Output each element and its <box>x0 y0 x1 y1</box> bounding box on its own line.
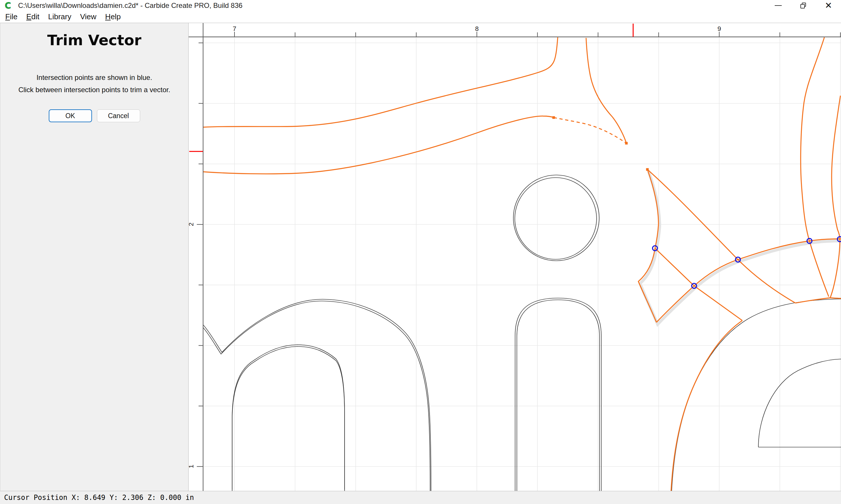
top-ruler <box>189 23 841 37</box>
panel-instructions: Intersection points are shown in blue. C… <box>0 71 188 96</box>
vector-node-markers <box>552 116 649 171</box>
app-logo-icon: C <box>5 1 11 10</box>
intersection-points[interactable] <box>653 237 841 288</box>
letter-n-outer-path <box>203 299 431 491</box>
orange-flourish-descender-1 <box>801 37 829 296</box>
maximize-button[interactable] <box>791 0 816 11</box>
left-ruler-label: 2 <box>189 222 195 226</box>
instruction-line-1: Intersection points are shown in blue. <box>0 71 188 84</box>
instruction-line-2: Click between intersection points to tri… <box>0 84 188 96</box>
window-controls: ✕ <box>766 0 841 11</box>
cancel-button[interactable]: Cancel <box>97 109 140 122</box>
orange-sweeping-arc <box>656 239 841 322</box>
main-area: Trim Vector Intersection points are show… <box>0 23 841 491</box>
orange-chord-line-2 <box>647 169 795 303</box>
node-marker <box>625 142 628 145</box>
orange-spike-right-curve <box>586 38 627 143</box>
orange-top-curve-upper <box>203 37 558 127</box>
letter-i-stem-inner-path <box>517 300 600 491</box>
title-bar: C C:\Users\willa\Downloads\damien.c2d* -… <box>0 0 841 11</box>
cursor-marker-y <box>189 151 203 152</box>
panel-title: Trim Vector <box>0 32 188 49</box>
panel-buttons: OK Cancel <box>0 109 188 122</box>
letter-i-stem-outer-path <box>515 298 601 491</box>
menu-item-library[interactable]: Library <box>48 11 71 22</box>
close-button[interactable]: ✕ <box>816 0 841 11</box>
letter-n-counter-path <box>232 346 345 491</box>
letter-i-dot-outer-circle <box>513 175 599 261</box>
menu-item-file[interactable]: File <box>5 11 18 22</box>
application-window: C C:\Users\willa\Downloads\damien.c2d* -… <box>0 0 841 504</box>
cursor-position-text: Cursor Position X: 8.649 Y: 2.306 Z: 0.0… <box>4 493 194 502</box>
close-icon: ✕ <box>825 1 832 10</box>
letter-i-dot-inner-circle <box>515 178 597 259</box>
selected-vectors[interactable] <box>203 37 841 491</box>
restore-icon <box>801 3 806 8</box>
top-ruler-label: 9 <box>718 25 721 32</box>
rulers: 7 8 9 2 1 <box>189 23 841 491</box>
left-ruler-label: 1 <box>189 465 195 468</box>
orange-flourish-descender-2 <box>830 96 840 298</box>
window-title: C:\Users\willa\Downloads\damien.c2d* - C… <box>18 1 242 10</box>
orange-edge-segment <box>830 298 841 299</box>
letter-e-outer-arc <box>672 299 841 491</box>
status-bar: Cursor Position X: 8.649 Y: 2.306 Z: 0.0… <box>0 491 841 504</box>
node-marker <box>552 116 555 119</box>
design-canvas[interactable]: 7 8 9 2 1 <box>189 23 841 491</box>
minimize-button[interactable] <box>766 0 791 11</box>
orange-v-arm <box>795 298 830 303</box>
trim-vector-panel: Trim Vector Intersection points are show… <box>0 23 189 491</box>
menu-item-view[interactable]: View <box>80 11 96 22</box>
top-ruler-label: 7 <box>233 25 236 32</box>
top-ruler-label: 8 <box>475 25 479 32</box>
left-ruler <box>189 23 203 491</box>
letter-outlines[interactable] <box>202 175 841 491</box>
minimize-icon <box>775 5 782 6</box>
node-marker <box>646 168 649 171</box>
grid <box>203 37 841 491</box>
menu-item-edit[interactable]: Edit <box>26 11 39 22</box>
menu-bar: File Edit Library View Help <box>0 11 841 23</box>
letter-e-counter-arc <box>758 359 841 447</box>
menu-item-help[interactable]: Help <box>105 11 121 22</box>
ghost-vector-path <box>640 172 841 324</box>
ok-button[interactable]: OK <box>49 109 92 122</box>
cursor-marker-x <box>633 24 634 37</box>
orange-top-curve-lower <box>203 116 554 174</box>
